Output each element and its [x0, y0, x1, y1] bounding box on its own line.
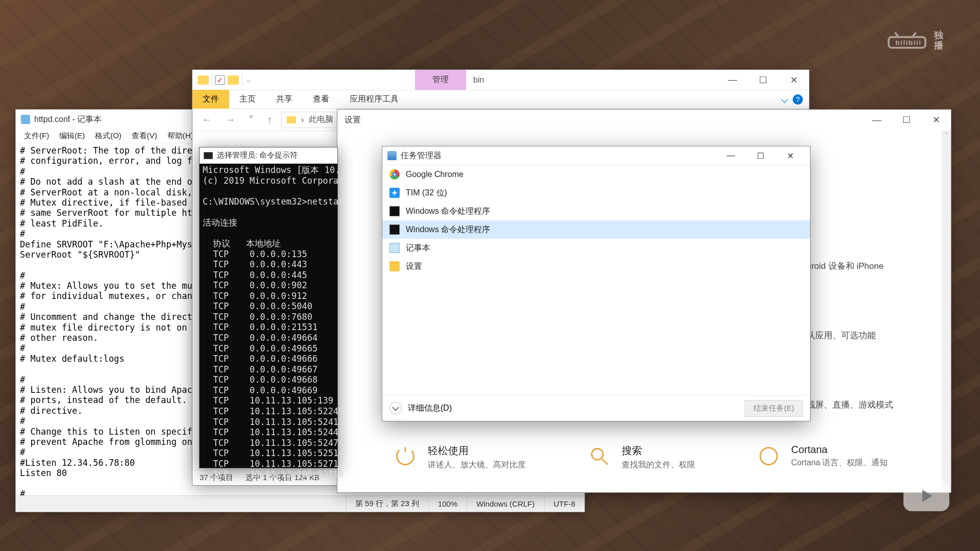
menu-format[interactable]: 格式(O) [90, 129, 127, 143]
taskmgr-row-label: Google Chrome [406, 170, 463, 179]
ribbon-collapse-icon[interactable] [781, 96, 788, 103]
minimize-button[interactable]: — [862, 110, 892, 130]
cmd-icon [204, 152, 213, 159]
ribbon-context-tab[interactable]: 管理 [415, 70, 466, 90]
cmd-title-text: 选择管理员: 命令提示符 [217, 151, 298, 160]
cmd-icon [389, 206, 400, 216]
status-zoom: 100% [428, 496, 467, 512]
nav-back-icon[interactable]: ← [198, 114, 216, 126]
taskmgr-titlebar[interactable]: 任务管理器 — ☐ ✕ [382, 146, 810, 165]
end-task-button[interactable]: 结束任务(E) [745, 400, 803, 417]
svg-point-2 [592, 448, 603, 460]
notepad-icon [21, 115, 30, 124]
nav-recent-icon[interactable]: ˅ [244, 114, 258, 126]
taskmgr-row-label: 记事本 [406, 243, 430, 254]
notepad-statusbar: 第 59 行，第 23 列 100% Windows (CRLF) UTF-8 [16, 495, 584, 512]
tab-file[interactable]: 文件 [192, 90, 229, 109]
tab-home[interactable]: 主页 [229, 90, 266, 109]
explorer-window-controls: — ☐ ✕ [717, 70, 809, 90]
tab-view[interactable]: 查看 [303, 90, 339, 109]
svg-point-3 [761, 448, 777, 465]
settings-scrollbar[interactable]: ˆˇ [942, 130, 951, 492]
folder-icon [198, 76, 209, 85]
menu-view[interactable]: 查看(V) [127, 129, 162, 143]
folder-icon [287, 116, 296, 123]
taskmgr-row-label: Windows 命令处理程序 [406, 224, 490, 235]
cmd-icon [389, 224, 400, 235]
notepad-title-text: httpd.conf - 记事本 [34, 114, 102, 125]
close-button[interactable]: ✕ [778, 70, 809, 90]
tab-share[interactable]: 共享 [266, 90, 303, 109]
qat-dropdown-icon[interactable] [247, 78, 251, 82]
settings-card-search[interactable]: 搜索查找我的文件、权限 [587, 444, 695, 470]
tim-icon: ✦ [389, 188, 400, 198]
taskmgr-row[interactable]: Google Chrome [382, 165, 810, 184]
maximize-button[interactable]: ☐ [746, 146, 775, 165]
cmd-window[interactable]: 选择管理员: 命令提示符 Microsoft Windows [版本 10. (… [199, 147, 338, 468]
taskmgr-process-list[interactable]: Google Chrome✦TIM (32 位)Windows 命令处理程序Wi… [382, 165, 810, 395]
close-button[interactable]: ✕ [921, 110, 951, 130]
more-details-toggle[interactable] [389, 402, 402, 414]
status-pos: 第 59 行，第 23 列 [346, 496, 428, 512]
svg-text:bilibili: bilibili [896, 39, 922, 46]
status-eol: Windows (CRLF) [467, 496, 544, 512]
taskmgr-row-label: TIM (32 位) [406, 188, 447, 198]
play-button[interactable] [903, 481, 949, 511]
taskmgr-icon [387, 151, 397, 160]
maximize-button[interactable]: ☐ [748, 70, 778, 90]
taskmgr-footer: 详细信息(D) 结束任务(E) [382, 395, 810, 421]
ease-of-access-icon [393, 444, 418, 468]
taskmgr-row[interactable]: Windows 命令处理程序 [382, 220, 810, 239]
nav-fwd-icon[interactable]: → [221, 114, 239, 126]
taskmgr-row[interactable]: 设置 [382, 257, 810, 276]
settings-title: 设置 [337, 110, 951, 130]
crumb-thispc[interactable]: 此电脑 [309, 114, 333, 125]
nav-up-icon[interactable]: ↑ [263, 114, 276, 126]
taskmgr-row-label: Windows 命令处理程序 [406, 206, 490, 217]
qat-properties-icon[interactable]: ✓ [215, 76, 225, 85]
note-icon [389, 243, 400, 253]
minimize-button[interactable]: — [717, 70, 748, 90]
menu-edit[interactable]: 编辑(E) [54, 129, 90, 143]
taskmgr-row[interactable]: 记事本 [382, 239, 810, 257]
help-icon[interactable]: ? [793, 94, 803, 105]
cmd-titlebar[interactable]: 选择管理员: 命令提示符 [200, 147, 337, 164]
explorer-titlebar[interactable]: ✓ 管理 bin — ☐ ✕ [192, 70, 809, 90]
menu-file[interactable]: 文件(F) [19, 129, 54, 143]
taskmgr-window[interactable]: 任务管理器 — ☐ ✕ Google Chrome✦TIM (32 位)Wind… [382, 146, 811, 421]
minimize-button[interactable]: — [716, 146, 746, 165]
cortana-icon [756, 444, 781, 468]
taskmgr-row[interactable]: ✦TIM (32 位) [382, 184, 810, 202]
quick-access-toolbar[interactable]: ✓ [192, 70, 257, 90]
maximize-button[interactable]: ☐ [892, 110, 921, 130]
cmd-output[interactable]: Microsoft Windows [版本 10. (c) 2019 Micro… [200, 164, 337, 481]
status-enc: UTF-8 [544, 496, 585, 512]
folder-icon[interactable] [228, 76, 239, 85]
explorer-title-path: bin [466, 70, 491, 90]
explorer-ribbon[interactable]: 文件 主页 共享 查看 应用程序工具 ? [192, 90, 809, 109]
taskmgr-title-text: 任务管理器 [401, 151, 442, 161]
taskmgr-row[interactable]: Windows 命令处理程序 [382, 202, 810, 220]
settings-card-cortana[interactable]: CortanaCortana 语言、权限、通知 [756, 444, 888, 468]
chrome-icon [389, 169, 400, 180]
more-details-label[interactable]: 详细信息(D) [408, 403, 452, 414]
settings-icon [389, 261, 400, 271]
bilibili-watermark: bilibili 独播 [884, 31, 944, 51]
settings-card-ease[interactable]: 轻松使用讲述人、放大镜、高对比度 [393, 444, 526, 470]
tab-apptools[interactable]: 应用程序工具 [339, 90, 409, 109]
close-button[interactable]: ✕ [775, 146, 805, 165]
search-icon [587, 444, 611, 468]
settings-categories: 轻松使用讲述人、放大镜、高对比度 搜索查找我的文件、权限 CortanaCort… [393, 444, 888, 470]
taskmgr-row-label: 设置 [406, 261, 422, 272]
settings-peek-text: droid 设备和 iPhone 认应用、可选功能 截屏、直播、游戏模式 [806, 255, 939, 417]
